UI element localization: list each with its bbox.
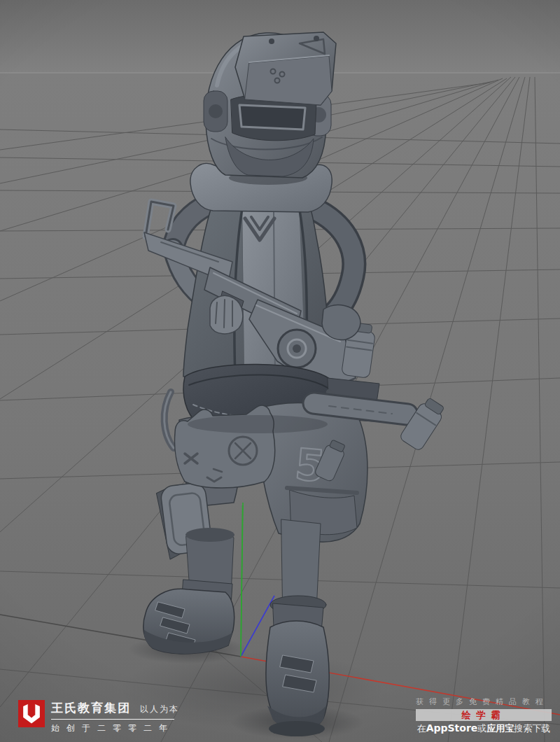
- appstore-label: AppStore: [426, 722, 478, 734]
- 3d-scene-canvas[interactable]: 5: [0, 0, 560, 742]
- watermark-divider: [51, 719, 174, 720]
- app-name-badge: 绘学霸: [416, 709, 552, 721]
- w-book-logo-icon: [21, 703, 42, 725]
- promo-line: 获得更多免费精品教程: [413, 696, 552, 707]
- helmet-goggle-block: [235, 32, 336, 105]
- watermark-right: 获得更多免费精品教程 绘学霸 在AppStore或应用宝搜索下载: [416, 696, 552, 735]
- yingyongbao-label: 应用宝: [486, 723, 514, 734]
- watermark-left: 王氏教育集团 以人为本 始创于二零零二年: [18, 700, 179, 734]
- company-since: 始创于二零零二年: [51, 722, 179, 734]
- company-name: 王氏教育集团: [51, 700, 131, 716]
- company-slogan: 以人为本: [140, 704, 179, 715]
- viewport[interactable]: 5: [0, 0, 560, 742]
- download-instruction: 在AppStore或应用宝搜索下载: [416, 722, 552, 735]
- brand-logo: [18, 700, 45, 727]
